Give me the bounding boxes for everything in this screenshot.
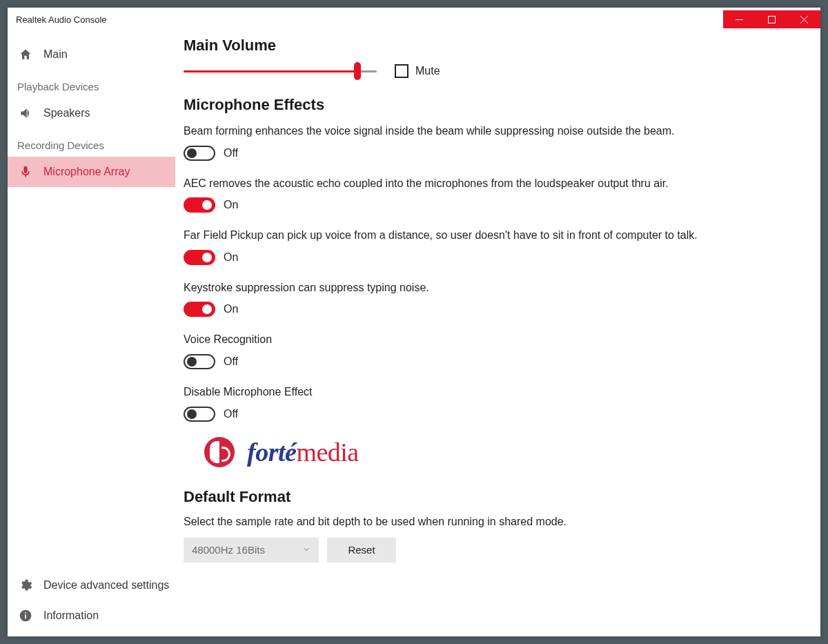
format-dropdown[interactable]: 48000Hz 16Bits	[184, 538, 319, 563]
fortemedia-logo: fortémedia	[204, 437, 807, 467]
sidebar: Main Playback Devices Speakers Recording…	[8, 31, 175, 636]
toggle-keystroke-suppression[interactable]	[184, 302, 215, 317]
slider-fill	[184, 70, 357, 72]
brand-media: media	[296, 437, 358, 467]
effect-aec: AEC removes the acoustic echo coupled in…	[184, 176, 807, 213]
toggle-knob	[187, 357, 197, 367]
sidebar-item-information[interactable]: Information	[8, 601, 175, 631]
sidebar-item-label: Speakers	[43, 107, 90, 119]
effect-description: Beam forming enhances the voice signal i…	[184, 124, 807, 139]
chevron-down-icon	[302, 544, 310, 556]
effect-description: Disable Microphone Effect	[184, 384, 807, 400]
effect-voice-recognition: Voice Recognition Off	[184, 332, 807, 369]
close-icon	[800, 16, 808, 23]
sidebar-item-label: Main	[43, 48, 68, 61]
toggle-state-label: Off	[224, 147, 238, 159]
svg-rect-6	[25, 612, 26, 614]
reset-button[interactable]: Reset	[327, 538, 396, 563]
svg-rect-5	[25, 614, 26, 618]
sidebar-section-recording: Recording Devices	[8, 128, 175, 157]
speaker-icon	[17, 106, 34, 120]
close-button[interactable]	[788, 10, 820, 28]
format-dropdown-value: 48000Hz 16Bits	[192, 544, 265, 556]
brand-forte: forté	[247, 437, 296, 467]
window-body: Main Playback Devices Speakers Recording…	[8, 31, 820, 636]
window-title: Realtek Audio Console	[8, 14, 107, 25]
effect-description: Voice Recognition	[184, 332, 807, 347]
toggle-voice-recognition[interactable]	[184, 354, 215, 369]
main-volume-heading: Main Volume	[184, 37, 807, 55]
gear-icon	[17, 578, 34, 592]
mute-label: Mute	[415, 65, 440, 77]
effect-disable-mic-effect: Disable Microphone Effect Off	[184, 384, 807, 422]
format-row: 48000Hz 16Bits Reset	[184, 538, 807, 563]
effect-description: AEC removes the acoustic echo coupled in…	[184, 176, 807, 191]
toggle-state-label: Off	[224, 355, 238, 368]
toggle-state-label: On	[224, 303, 238, 315]
toggle-state-label: On	[224, 199, 238, 211]
info-icon	[17, 609, 34, 623]
sidebar-item-main[interactable]: Main	[8, 39, 175, 70]
toggle-far-field[interactable]	[184, 250, 215, 265]
effect-far-field: Far Field Pickup can pick up voice from …	[184, 228, 807, 265]
effect-description: Far Field Pickup can pick up voice from …	[184, 228, 807, 243]
toggle-knob	[202, 200, 212, 210]
mute-checkbox[interactable]	[395, 64, 408, 78]
toggle-knob	[202, 253, 212, 262]
mic-effects-heading: Microphone Effects	[184, 96, 807, 114]
default-format-description: Select the sample rate and bit depth to …	[184, 516, 807, 528]
sidebar-item-device-advanced[interactable]: Device advanced settings	[8, 570, 175, 601]
maximize-button[interactable]	[756, 10, 788, 28]
sidebar-item-label: Microphone Array	[43, 166, 130, 178]
minimize-icon	[736, 16, 743, 23]
titlebar: Realtek Audio Console	[8, 8, 820, 31]
toggle-beam-forming[interactable]	[184, 146, 215, 161]
maximize-icon	[768, 16, 776, 23]
main-content: Main Volume Mute Microphone Effects Beam…	[175, 31, 820, 636]
minimize-button[interactable]	[723, 10, 756, 28]
toggle-knob	[187, 148, 197, 158]
slider-thumb[interactable]	[354, 62, 361, 80]
svg-rect-1	[769, 16, 776, 23]
toggle-aec[interactable]	[184, 197, 215, 213]
effect-keystroke-suppression: Keystroke suppression can suppress typin…	[184, 280, 807, 318]
microphone-icon	[17, 165, 34, 179]
effect-beam-forming: Beam forming enhances the voice signal i…	[184, 124, 807, 161]
sidebar-item-microphone-array[interactable]: Microphone Array	[8, 157, 175, 187]
toggle-state-label: Off	[224, 408, 238, 420]
toggle-disable-mic-effect[interactable]	[184, 407, 215, 422]
reset-button-label: Reset	[348, 544, 375, 556]
sidebar-item-label: Information	[43, 609, 99, 622]
mute-group: Mute	[395, 64, 440, 78]
effect-description: Keystroke suppression can suppress typin…	[184, 280, 807, 295]
sidebar-section-playback: Playback Devices	[8, 70, 175, 98]
fortemedia-logo-text: fortémedia	[247, 437, 359, 467]
sidebar-item-speakers[interactable]: Speakers	[8, 98, 175, 128]
fortemedia-logo-icon	[204, 437, 235, 467]
volume-row: Mute	[184, 64, 807, 78]
default-format-heading: Default Format	[184, 488, 807, 506]
sidebar-bottom: Device advanced settings Information	[8, 570, 175, 631]
sidebar-item-label: Device advanced settings	[43, 579, 169, 592]
volume-slider[interactable]	[184, 64, 377, 78]
home-icon	[17, 48, 34, 61]
app-window: Realtek Audio Console Main Playback Devi…	[8, 8, 820, 636]
window-controls	[723, 10, 820, 28]
toggle-knob	[187, 409, 197, 419]
toggle-state-label: On	[224, 251, 238, 264]
toggle-knob	[202, 304, 212, 314]
